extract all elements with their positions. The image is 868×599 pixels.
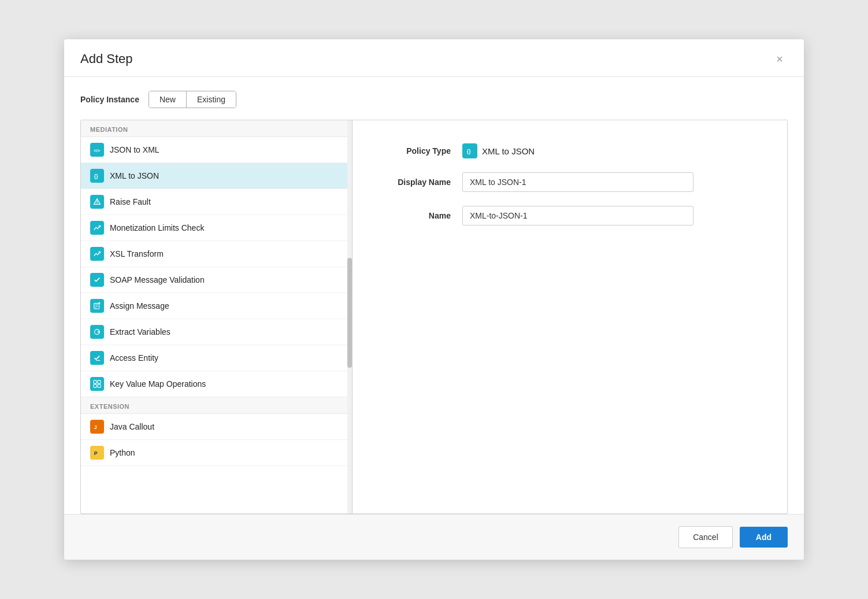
list-item-key-value-map[interactable]: Key Value Map Operations xyxy=(81,371,352,397)
display-name-input[interactable] xyxy=(462,172,693,192)
extract-variables-icon xyxy=(90,325,104,339)
xml-to-json-label: XML to JSON xyxy=(110,171,159,180)
soap-validation-icon xyxy=(90,273,104,287)
toggle-existing-button[interactable]: Existing xyxy=(187,91,236,108)
key-value-map-icon xyxy=(90,377,104,391)
raise-fault-label: Raise Fault xyxy=(110,197,151,206)
key-value-map-label: Key Value Map Operations xyxy=(110,379,206,389)
svg-text:{}: {} xyxy=(467,149,471,154)
python-label: Python xyxy=(110,448,135,457)
soap-validation-label: SOAP Message Validation xyxy=(110,275,205,284)
dialog-footer: Cancel Add xyxy=(64,514,804,560)
policy-type-value: XML to JSON xyxy=(482,146,535,156)
xsl-transform-icon xyxy=(90,247,104,261)
list-item-java-callout[interactable]: J Java Callout xyxy=(81,414,352,440)
list-item-raise-fault[interactable]: Raise Fault xyxy=(81,189,352,215)
list-item-extract-variables[interactable]: Extract Variables xyxy=(81,319,352,345)
scrollbar-track xyxy=(347,120,352,513)
raise-fault-icon xyxy=(90,195,104,209)
policy-instance-row: Policy Instance New Existing xyxy=(80,91,788,108)
svg-rect-13 xyxy=(94,380,97,383)
display-name-row: Display Name xyxy=(381,172,758,192)
extract-variables-label: Extract Variables xyxy=(110,327,170,337)
xsl-transform-label: XSL Transform xyxy=(110,249,164,258)
json-to-xml-icon: </> xyxy=(90,143,104,157)
toggle-new-button[interactable]: New xyxy=(149,91,187,108)
json-to-xml-label: JSON to XML xyxy=(110,145,159,154)
cancel-button[interactable]: Cancel xyxy=(678,526,733,548)
section-mediation-header: MEDIATION xyxy=(81,120,352,137)
left-panel: MEDIATION </> JSON to XML {} XML to JSON xyxy=(81,120,353,513)
assign-message-label: Assign Message xyxy=(110,301,169,310)
name-input[interactable] xyxy=(462,206,693,225)
policy-type-label: Policy Type xyxy=(381,146,451,156)
list-item-monetization[interactable]: Monetization Limits Check xyxy=(81,215,352,241)
dialog-body: Policy Instance New Existing MEDIATION <… xyxy=(64,77,804,514)
list-item-xsl-transform[interactable]: XSL Transform xyxy=(81,241,352,267)
python-icon: P xyxy=(90,446,104,460)
right-panel: Policy Type {} XML to JSON Display Name xyxy=(353,120,787,513)
policy-type-icon: {} xyxy=(462,143,477,158)
svg-rect-15 xyxy=(94,384,97,387)
access-entity-label: Access Entity xyxy=(110,353,158,363)
scrollbar-thumb[interactable] xyxy=(347,258,352,368)
name-label: Name xyxy=(381,211,451,220)
section-extension-header: EXTENSION xyxy=(81,397,352,414)
svg-rect-16 xyxy=(98,384,101,387)
policy-instance-label: Policy Instance xyxy=(80,95,139,104)
svg-text:J: J xyxy=(94,424,97,430)
policy-type-row: Policy Type {} XML to JSON xyxy=(381,143,758,158)
svg-text:P: P xyxy=(94,450,98,456)
list-item-assign-message[interactable]: Assign Message xyxy=(81,293,352,319)
access-entity-icon xyxy=(90,351,104,365)
list-item-access-entity[interactable]: Access Entity xyxy=(81,345,352,371)
monetization-label: Monetization Limits Check xyxy=(110,223,204,232)
list-item-xml-to-json[interactable]: {} XML to JSON xyxy=(81,163,352,189)
java-callout-icon: J xyxy=(90,420,104,434)
xml-to-json-icon: {} xyxy=(90,169,104,183)
close-button[interactable]: × xyxy=(771,51,788,67)
dialog-title: Add Step xyxy=(80,51,133,66)
dialog-header: Add Step × xyxy=(64,39,804,77)
list-item-json-to-xml[interactable]: </> JSON to XML xyxy=(81,137,352,163)
svg-point-4 xyxy=(97,204,97,204)
java-callout-label: Java Callout xyxy=(110,422,154,431)
display-name-label: Display Name xyxy=(381,178,451,187)
add-step-dialog: Add Step × Policy Instance New Existing … xyxy=(64,39,804,560)
monetization-icon xyxy=(90,221,104,235)
list-item-python[interactable]: P Python xyxy=(81,440,352,466)
policy-instance-toggle-group: New Existing xyxy=(149,91,236,108)
content-area: MEDIATION </> JSON to XML {} XML to JSON xyxy=(80,120,788,514)
list-item-soap-validation[interactable]: SOAP Message Validation xyxy=(81,267,352,293)
svg-rect-14 xyxy=(98,380,101,383)
name-row: Name xyxy=(381,206,758,225)
policy-type-display: {} XML to JSON xyxy=(462,143,535,158)
svg-text:</>: </> xyxy=(94,148,101,153)
add-button[interactable]: Add xyxy=(740,527,788,548)
assign-message-icon xyxy=(90,299,104,313)
svg-text:{}: {} xyxy=(94,173,98,179)
